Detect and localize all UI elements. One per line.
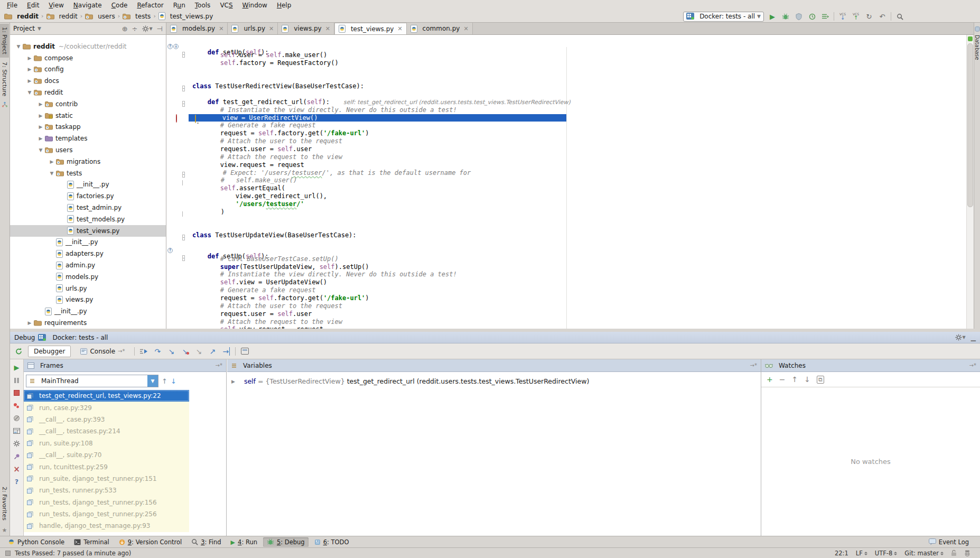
frame-row[interactable]: run, case.py:329 — [24, 402, 189, 413]
run-configurations-icon[interactable] — [820, 12, 830, 21]
resume-icon[interactable]: ▶ — [13, 364, 21, 371]
tree-item-adapters-py[interactable]: adapters.py — [10, 248, 166, 259]
code-line[interactable]: -class TestUserUpdateView(BaseUserTestCa… — [190, 231, 966, 239]
code-line[interactable]: # Instantiate the view directly. Never d… — [190, 271, 966, 278]
event-log-button[interactable]: Event Log — [925, 537, 973, 547]
code-line[interactable]: request.user = self.user — [190, 145, 966, 153]
expand-arrow-icon[interactable]: ▶ — [25, 320, 34, 326]
code-line[interactable]: - def test_get_redirect_url(self):self: … — [190, 98, 966, 106]
tree-item-requirements[interactable]: ▶requirements — [10, 317, 166, 329]
debug-icon[interactable] — [781, 12, 790, 21]
breadcrumb-item[interactable]: test_views.py — [158, 12, 213, 20]
settings-icon[interactable]: ▼ — [142, 25, 153, 33]
hide-icon[interactable]: ⊣ — [157, 25, 163, 33]
frame-row[interactable]: run_tests, django_test_runner.py:256 — [24, 508, 189, 520]
tree-item-templates[interactable]: ▶templates — [10, 133, 166, 144]
vcs-commit-icon[interactable]: VCS↑ — [851, 12, 861, 21]
expand-arrow-icon[interactable]: ▶ — [231, 379, 235, 384]
tree-item-reddit[interactable]: ▼reddit — [10, 87, 166, 98]
breakpoint-icon[interactable] — [176, 114, 177, 123]
remove-watch-icon[interactable]: − — [779, 375, 786, 384]
move-up-icon[interactable]: ↑ — [791, 375, 798, 384]
expand-arrow-icon[interactable]: ▶ — [36, 113, 45, 118]
code-line[interactable]: view.request = request — [190, 161, 966, 169]
show-execution-point-icon[interactable] — [139, 347, 148, 356]
fold-marker[interactable]: - — [182, 172, 185, 178]
tool-window-button-python-console[interactable]: Python Console — [4, 537, 68, 547]
collapse-arrow-icon[interactable]: ▼ — [14, 44, 23, 49]
settings-icon[interactable]: ▼ — [955, 334, 966, 341]
frame-row[interactable]: __call__, case.py:393 — [24, 414, 189, 425]
tool-window-button--todo[interactable]: 6: TODO — [311, 537, 353, 547]
tab-urls-py[interactable]: urls.py✕ — [228, 23, 278, 34]
inspection-status-icon[interactable] — [968, 36, 973, 41]
menu-item-edit[interactable]: Edit — [22, 2, 44, 9]
vcs-update-icon[interactable]: VCS↓ — [838, 12, 847, 21]
code-line[interactable]: # Attach the request to the view — [190, 318, 966, 326]
minimize-icon[interactable]: ▁ — [971, 334, 976, 341]
code-line[interactable]: -class TestUserRedirectView(BaseUserTest… — [190, 82, 966, 90]
expand-arrow-icon[interactable]: ▶ — [36, 101, 45, 107]
menu-item-file[interactable]: File — [2, 2, 22, 9]
code-line[interactable]: self.user = self.make_user() — [190, 51, 966, 59]
code-line[interactable]: # Instantiate the view directly. Never d… — [190, 106, 966, 114]
code-line[interactable]: super(TestUserUpdateView, self).setUp() — [190, 263, 966, 271]
code-line[interactable] — [190, 75, 966, 82]
frame-row[interactable]: run, suite.py:108 — [24, 438, 189, 449]
mute-breakpoints-icon[interactable] — [13, 414, 21, 422]
frame-row[interactable]: __call__, suite.py:70 — [24, 449, 189, 461]
code-line[interactable]: # call BaseUserTestCase.setUp() — [190, 255, 966, 263]
move-down-icon[interactable]: ↓ — [804, 375, 810, 384]
git-branch-select[interactable]: Git: master — [904, 550, 944, 557]
tool-stripe-2-favorites[interactable]: 2: Favorites — [0, 483, 9, 524]
tool-stripe-database[interactable]: Database — [974, 23, 980, 63]
code-line[interactable]: request.user = self.user — [190, 310, 966, 318]
tab-debugger[interactable]: Debugger — [28, 346, 71, 357]
code-line[interactable]: self.view = UserUpdateView() — [190, 278, 966, 286]
frame-row[interactable]: run_tests, runner.py:533 — [24, 485, 189, 496]
tree-item-config[interactable]: ▶config — [10, 64, 166, 76]
chevron-down-icon[interactable]: ▼ — [147, 375, 158, 387]
code-line[interactable]: # self.make_user() — [190, 176, 966, 184]
collapse-arrow-icon[interactable]: ▼ — [36, 147, 45, 153]
menu-item-code[interactable]: Code — [107, 2, 133, 9]
run-icon[interactable]: ▶ — [768, 12, 777, 21]
caret-position[interactable]: 22:1 — [835, 550, 848, 557]
step-into-icon[interactable]: ↘ — [166, 347, 176, 356]
settings-icon[interactable] — [13, 440, 21, 448]
tree-item-static[interactable]: ▶static — [10, 110, 166, 122]
fold-marker[interactable] — [182, 180, 183, 185]
fold-marker[interactable] — [182, 211, 183, 217]
float-icon[interactable]: →* — [216, 362, 222, 368]
rollback-icon[interactable]: ↶ — [878, 12, 887, 21]
code-line[interactable] — [190, 216, 966, 224]
expand-arrow-icon[interactable]: ▶ — [25, 67, 34, 72]
pause-icon[interactable] — [13, 376, 21, 384]
tool-stripe-1-project[interactable]: 1: Project — [0, 24, 9, 58]
code-line[interactable]: ↑- def setUp(self): — [190, 247, 966, 255]
pin-icon[interactable] — [13, 452, 21, 460]
search-icon[interactable] — [895, 12, 904, 21]
duplicate-watch-icon[interactable]: ⧉ — [817, 376, 824, 383]
menu-item-tools[interactable]: Tools — [190, 2, 216, 9]
run-configuration-select[interactable]: Docker: tests - all ▼ — [683, 12, 764, 22]
fold-marker[interactable]: - — [182, 86, 185, 91]
tree-item-tests[interactable]: ▼tests — [10, 168, 166, 179]
expand-arrow-icon[interactable]: ▶ — [25, 78, 34, 83]
line-ending-select[interactable]: LF — [856, 550, 867, 557]
tool-window-button--debug[interactable]: 5: Debug — [263, 537, 309, 547]
status-message[interactable]: Tests Passed: 7 passed (a minute ago) — [15, 550, 131, 557]
float-icon[interactable]: →* — [969, 362, 976, 368]
expand-arrow-icon[interactable]: ▶ — [36, 124, 45, 129]
expand-arrow-icon[interactable]: ▶ — [48, 159, 56, 164]
frame-row[interactable]: run, tcunittest.py:259 — [24, 461, 189, 472]
tree-item-test_models-py[interactable]: test_models.py — [10, 213, 166, 225]
tree-item-models-py[interactable]: models.py — [10, 271, 166, 283]
code-line[interactable] — [190, 67, 966, 75]
close-icon[interactable]: ✕ — [397, 25, 402, 32]
close-icon[interactable]: × — [13, 465, 21, 473]
history-icon[interactable]: ↻ — [864, 12, 874, 21]
tool-window-button--version-control[interactable]: 9: Version Control — [115, 537, 185, 547]
intention-bulb-icon[interactable] — [195, 115, 196, 123]
code-line[interactable]: # Attach the user to the request — [190, 302, 966, 310]
